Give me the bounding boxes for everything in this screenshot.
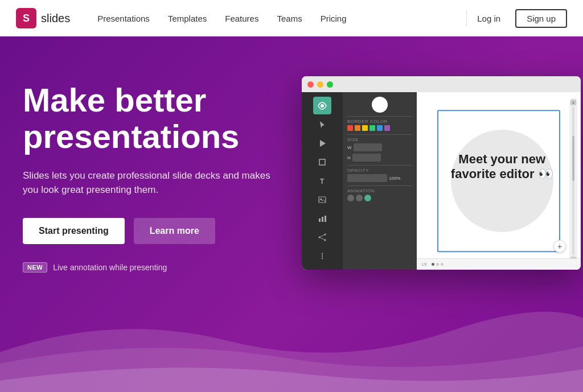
sidebar-text-icon[interactable]: T [313, 172, 331, 189]
svg-point-15 [322, 255, 323, 257]
sidebar-shape-icon[interactable] [313, 153, 331, 171]
color-swatch-orange[interactable] [355, 125, 360, 131]
svg-rect-2 [319, 159, 325, 165]
panel-size-label: SIZE [347, 137, 412, 142]
panel-height-input[interactable] [352, 154, 381, 162]
color-swatch-red[interactable] [347, 125, 353, 131]
window-maximize-dot [327, 81, 333, 88]
hero-content: Make better presentations Slides lets yo… [23, 71, 302, 273]
editor-window: T [302, 76, 581, 270]
svg-line-12 [319, 234, 325, 237]
signup-button[interactable]: Sign up [515, 9, 567, 28]
nav-link-features[interactable]: Features [225, 14, 258, 23]
nav-link-templates[interactable]: Templates [168, 14, 207, 23]
panel-color-swatches [347, 125, 412, 131]
nav-auth: Log in Sign up [471, 9, 567, 28]
color-swatch-green[interactable] [369, 125, 375, 131]
panel-opacity-label: OPACITY [347, 168, 412, 173]
color-swatch-purple[interactable] [384, 125, 390, 131]
hero-heading: Make better presentations [23, 82, 302, 155]
nav-divider [466, 10, 467, 26]
slide-dots [432, 263, 444, 266]
panel-width-label: W [347, 145, 352, 150]
panel-divider-2 [347, 134, 412, 135]
panel-width-input[interactable] [354, 143, 382, 151]
panel-width-row: W [347, 143, 412, 151]
svg-point-0 [321, 104, 324, 108]
editor-icon-sidebar: T [302, 92, 343, 270]
svg-rect-7 [322, 217, 323, 222]
svg-point-16 [322, 258, 323, 259]
nav-link-teams[interactable]: Teams [277, 14, 302, 23]
login-button[interactable]: Log in [471, 10, 506, 27]
panel-anim-icon-1[interactable] [347, 195, 354, 201]
canvas-scrollbar[interactable]: ▲ ▼ [569, 98, 577, 264]
svg-text:T: T [320, 178, 325, 185]
new-feature-row: NEW Live annotation while presenting [23, 262, 302, 273]
learn-more-button[interactable]: Learn more [134, 218, 215, 244]
nav-link-presentations[interactable]: Presentations [97, 14, 150, 23]
canvas-add-button[interactable]: + [553, 240, 566, 253]
panel-animation-section: ANIMATION [347, 188, 412, 201]
hero-editor-preview: T [302, 71, 581, 270]
panel-divider-3 [347, 165, 412, 166]
slide-dot-1[interactable] [432, 263, 434, 266]
svg-rect-8 [325, 216, 326, 222]
canvas-bottom-bar: 1/8 [417, 258, 581, 270]
panel-divider-4 [347, 185, 412, 186]
new-badge-description: Live annotation while presenting [53, 263, 167, 272]
new-badge: NEW [23, 262, 47, 273]
nav-link-pricing[interactable]: Pricing [321, 14, 347, 23]
editor-canvas[interactable]: Meet your new favorite editor 👀 ▲ ▼ + 1/… [417, 92, 581, 270]
panel-opacity-section: OPACITY 100% [347, 168, 412, 182]
sidebar-play-icon[interactable] [313, 134, 331, 152]
sidebar-more-icon[interactable] [313, 247, 331, 265]
panel-size-section: SIZE W H [347, 137, 412, 162]
hero-wave-decoration [0, 301, 583, 392]
svg-point-14 [322, 253, 323, 254]
window-minimize-dot [317, 81, 323, 88]
panel-height-label: H [347, 155, 351, 160]
svg-line-13 [319, 237, 325, 240]
panel-opacity-input[interactable] [347, 174, 387, 182]
editor-properties-panel: BORDER COLOR SIZE [343, 92, 417, 270]
window-chrome [302, 76, 581, 92]
panel-anim-icon-3[interactable] [364, 195, 371, 201]
panel-color-section: BORDER COLOR [347, 119, 412, 131]
svg-rect-6 [319, 218, 321, 222]
sidebar-image-icon[interactable] [313, 191, 331, 209]
panel-opacity-value: 100% [389, 176, 400, 181]
sidebar-cursor-icon[interactable] [313, 115, 331, 133]
sidebar-chart-icon[interactable] [313, 210, 331, 228]
color-swatch-blue[interactable] [377, 125, 383, 131]
panel-animation-icons [347, 195, 412, 201]
slide-indicator-label: 1/8 [421, 262, 427, 266]
slide-dot-2[interactable] [436, 263, 439, 266]
svg-marker-1 [320, 140, 326, 147]
panel-shape-circle [372, 97, 388, 113]
panel-animation-label: ANIMATION [347, 188, 412, 193]
hero-subtext: Slides lets you create professional slid… [23, 168, 279, 197]
navbar: S slides Presentations Templates Feature… [0, 0, 583, 36]
canvas-text: Meet your new favorite editor 👀 [440, 152, 565, 182]
panel-divider-1 [347, 116, 412, 117]
scrollbar-track [572, 106, 574, 255]
logo-link[interactable]: S slides [16, 8, 70, 28]
sidebar-share-icon[interactable] [313, 229, 331, 246]
scrollbar-up-button[interactable]: ▲ [570, 100, 576, 105]
panel-opacity-row: 100% [347, 174, 412, 182]
slide-dot-3[interactable] [441, 263, 444, 266]
nav-links: Presentations Templates Features Teams P… [97, 14, 462, 23]
panel-anim-icon-2[interactable] [356, 195, 363, 201]
sidebar-eye-icon[interactable] [313, 97, 331, 114]
window-close-dot [307, 81, 314, 88]
scrollbar-thumb[interactable] [572, 136, 574, 181]
start-presenting-button[interactable]: Start presenting [23, 218, 125, 244]
hero-section: Make better presentations Slides lets yo… [0, 36, 583, 392]
panel-shape-preview [347, 97, 412, 113]
panel-color-label: BORDER COLOR [347, 119, 412, 124]
panel-height-row: H [347, 154, 412, 162]
color-swatch-yellow[interactable] [362, 125, 368, 131]
editor-body: T [302, 92, 581, 270]
logo-icon: S [16, 8, 36, 28]
